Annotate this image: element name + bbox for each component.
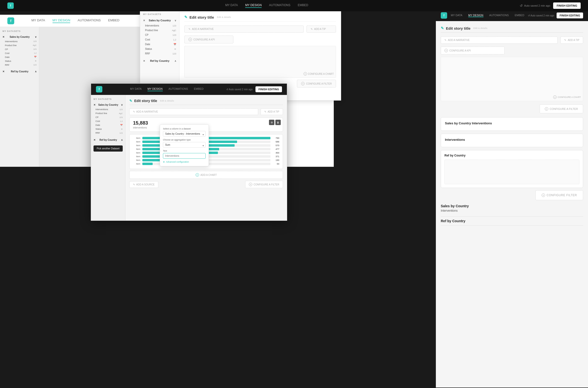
w2-ref-close-icon[interactable]: ✕ [143,60,145,62]
w2-date-item[interactable]: Date📅 [140,42,179,47]
w2-ref-group-header[interactable]: ✕ Ref by Country ∧ [140,58,179,64]
w4-filter-large-plus-icon: + [542,194,545,197]
w3-status-item[interactable]: Status≋ [91,127,125,131]
w1-nav-embed[interactable]: EMBED [108,18,119,23]
w3-rrf-item[interactable]: RRF123 [91,131,125,135]
w3-date-item[interactable]: Date📅 [91,123,125,127]
w2-ref-group: ✕ Ref by Country ∧ [140,58,179,64]
w2-filter-plus-icon: + [301,82,305,85]
w3-nav-automations[interactable]: AUTOMATIONS [169,87,188,91]
w3-cost-item[interactable]: Cost1,2 [91,119,125,123]
w2-configure-kpi-btn[interactable]: + CONFIGURE A KPI [184,36,233,43]
w4-add-narrative-btn[interactable]: ✎ ADD A NARRATIVE [441,37,558,44]
w4-edit-panel: ✎ Edit story title Edit & details ✎ ADD … [436,21,588,388]
w3-sales-close-icon[interactable]: ✕ [94,103,96,106]
w3-bar-label-1: Item [133,141,140,143]
w1-nav-automations[interactable]: AUTOMATIONS [77,18,101,23]
w3-interventions-item[interactable]: Interventions123 [91,107,125,111]
w3-popup-column-wrapper: Sales by Country - Interventions [163,131,206,139]
w3-nav-embed[interactable]: EMBED [194,87,204,91]
nav-my-data[interactable]: MY DATA [225,3,238,8]
w4-bottom-labels: Sales by Country Interventions Ref by Co… [441,204,583,226]
w2-configure-filter-btn[interactable]: + CONFIGURE A FILTER [297,80,336,88]
w4-auto-saved: ↺ Auto saved 2 min ago [528,14,554,17]
w3-sales-group-header[interactable]: ✕ Sales by Country ∨ [91,102,125,107]
w2-sales-group-header[interactable]: ✕ Sales by Country ∨ [140,17,179,23]
w2-configure-chart-btn[interactable]: + CONFIGURE A CHART [304,72,334,75]
w2-sales-close-icon[interactable]: ✕ [143,19,145,22]
w3-bar-label-2: Item [133,144,140,147]
w4-nav-embed[interactable]: EMBED [515,14,524,17]
w2-rrf-item[interactable]: RRF123 [140,51,179,56]
w4-action-row: ✎ ADD A NARRATIVE ✎ ADD A TIP [441,37,583,44]
w3-add-chart-btn[interactable]: + ADD A CHART [129,171,283,179]
w3-sales-chevron-icon[interactable]: ∨ [121,103,123,106]
w3-advanced-config-link[interactable]: ⊕ Advanced configuration [163,161,206,163]
w1-cp-item[interactable]: CP123 [0,47,39,51]
w3-add-tip-btn[interactable]: ✎ ADD A TIP [261,108,283,115]
finish-editing-button[interactable]: FINISH EDITING [553,2,581,9]
nav-automations[interactable]: AUTOMATIONS [269,3,290,8]
w3-nav-my-data[interactable]: MY DATA [130,87,142,91]
w3-ref-close-icon[interactable]: ✕ [94,139,96,141]
w1-ref-chevron-icon[interactable]: ∧ [35,70,37,73]
nav-embed[interactable]: EMBED [298,3,308,8]
nav-my-design[interactable]: MY DESIGN [245,3,262,8]
w3-bar-value-0: 790 [272,137,279,139]
w3-ref-chevron-icon[interactable]: ∧ [121,139,123,141]
w2-cost-item[interactable]: Cost1,2 [140,37,179,42]
w3-popup-column-select[interactable]: Sales by Country - Interventions [163,131,206,137]
undo-icon[interactable]: ↺ [520,4,523,8]
w3-popup-aggregation-select[interactable]: Sum [163,142,206,148]
w4-nav-my-design[interactable]: MY DESIGN [468,14,484,17]
w3-edit-icon: ✎ [129,99,132,103]
w3-ref-group-header[interactable]: ✕ Ref by Country ∧ [91,137,125,143]
w1-rrf-item[interactable]: RRF123 [0,63,39,67]
w2-status-item[interactable]: Status≋ [140,47,179,51]
w4-configure-chart-btn[interactable]: + CONFIGURE A CHART [553,96,581,99]
w3-popup-text-input[interactable] [163,153,206,159]
w1-sales-group-header[interactable]: ✕ Sales by Country ∨ [0,34,39,40]
w4-configure-filter-large-btn[interactable]: + CONFIGURE FILTER [536,190,583,200]
w4-nav-my-data[interactable]: MY DATA [451,14,462,17]
w1-nav-my-data[interactable]: MY DATA [31,18,45,23]
w3-bottom-row: ✎ ADD A SOURCE + CONFIGURE A FILTER [129,181,283,188]
w2-add-narrative-btn[interactable]: ✎ ADD A NARRATIVE [184,25,304,33]
w3-kpi-settings-icon[interactable]: ⚙ [269,120,274,125]
w1-ref-group-header[interactable]: ✕ Ref by Country ∧ [0,69,39,74]
w2-cp-item[interactable]: CP123 [140,33,179,37]
w3-pick-dataset-btn[interactable]: Pick another Dataset [94,146,123,152]
w4-finish-editing-btn[interactable]: FINISH EDITING [557,13,583,18]
w1-cost-item[interactable]: Cost1,2 [0,51,39,55]
w4-add-tip-btn[interactable]: ✎ ADD A TIP [561,37,583,44]
w4-nav-automations[interactable]: AUTOMATIONS [489,14,509,17]
w3-kpi-delete-icon[interactable]: 🗑 [275,120,281,125]
w3-cp-item[interactable]: CP123 [91,115,125,119]
w3-add-source-btn[interactable]: ✎ ADD A SOURCE [129,181,158,188]
w2-product-line-item[interactable]: Product lineAgC [140,28,179,33]
w4-configure-filter-btn-1[interactable]: + CONFIGURE A FILTER [540,104,583,113]
w3-add-narrative-btn[interactable]: ✎ ADD A NARRATIVE [129,108,258,115]
w1-chevron-down-icon[interactable]: ∨ [35,36,37,38]
window1-nav-items: MY DATA MY DESIGN AUTOMATIONS EMBED [31,18,120,23]
w2-sales-group: ✕ Sales by Country ∨ Interventions123 Pr… [140,17,179,56]
w4-ref-chart-area [444,160,579,184]
w1-interventions-item[interactable]: Interventions123 [0,40,39,43]
w2-interventions-item[interactable]: Interventions123 [140,23,179,28]
w3-bar-value-6: 190 [272,159,279,161]
w2-ref-chevron-icon[interactable]: ∧ [175,60,176,62]
w4-configure-kpi-btn[interactable]: + CONFIGURE A KPI [441,47,505,54]
w3-finish-editing-btn[interactable]: FINISH EDITING [256,86,282,92]
w1-product-line-item[interactable]: Product lineAgC [0,43,39,47]
w2-ref-label: Ref by Country [150,59,170,62]
w1-nav-my-design[interactable]: MY DESIGN [52,18,70,23]
w3-product-line-item[interactable]: Product lineAgC [91,111,125,115]
w1-status-item[interactable]: Status≋ [0,59,39,63]
window3-sidebar: MY DATASETS ✕ Sales by Country ∨ Interve… [91,95,126,220]
w2-add-tip-btn[interactable]: ✎ ADD A TIP [307,25,336,33]
w2-sales-chevron-icon[interactable]: ∨ [175,19,176,22]
w3-configure-filter-btn[interactable]: + CONFIGURE A FILTER [245,181,283,188]
w3-nav-my-design[interactable]: MY DESIGN [148,87,163,91]
w1-date-item[interactable]: Date📅 [0,55,39,59]
w3-right-actions: ↺ Auto saved 2 min ago FINISH EDITING [226,86,282,92]
